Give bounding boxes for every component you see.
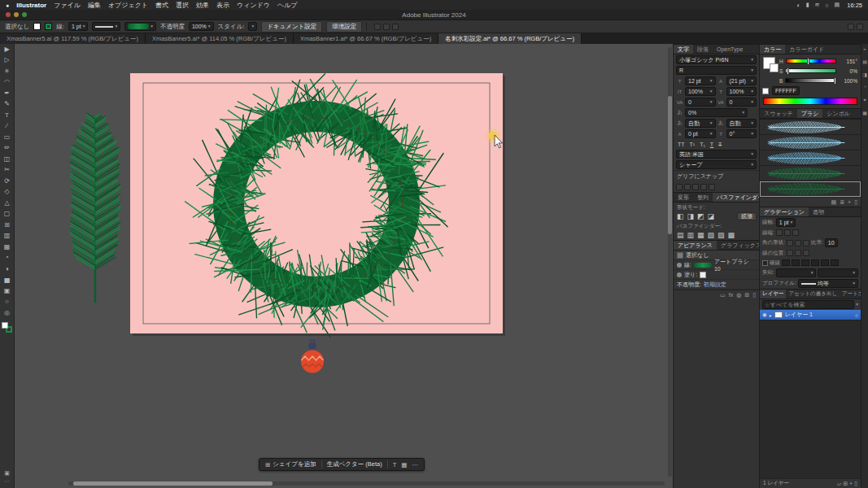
fill-swatch[interactable] [33, 23, 41, 30]
spotlight-search-icon[interactable]: ○ [825, 2, 828, 8]
close-window-icon[interactable] [6, 12, 11, 17]
fill-color-box[interactable] [2, 322, 8, 329]
appearance-fill-row[interactable]: 塗り: [674, 270, 759, 280]
current-color-swatch[interactable] [763, 57, 775, 69]
fullscreen-window-icon[interactable] [22, 12, 27, 17]
font-style-select[interactable]: R [676, 66, 757, 75]
ornament-object[interactable] [301, 340, 324, 373]
layers-tab-0[interactable]: レイヤー [760, 290, 786, 298]
arrow-start-select[interactable] [776, 268, 817, 277]
menu-item-7[interactable]: 表示 [216, 1, 229, 10]
dashed-line-checkbox[interactable] [762, 260, 768, 266]
document-tab[interactable]: XmasBanner5.ai @ 117.59 % (RGB/プレビュー) [0, 33, 146, 44]
paintbrush-tool[interactable]: ✏ [0, 143, 14, 155]
control-center-icon[interactable]: ▤ [835, 2, 840, 8]
brush-action-icon-2[interactable]: + [848, 199, 851, 205]
appearance-tab-1[interactable]: グラフィックスタイル [717, 241, 759, 250]
document-tab[interactable]: 名刺水彩設定.ai* @ 66.67 % (RGB/プレビュー) [438, 33, 582, 44]
preferences-button[interactable]: 環境設定 [326, 21, 362, 33]
char-style-button-2[interactable]: T₁ [698, 142, 707, 147]
art-brush-pine-green-2[interactable] [760, 181, 861, 197]
window-controls[interactable] [6, 12, 27, 17]
toolbar-extra-icon-1[interactable]: ⋯ [4, 478, 10, 485]
char-field-3-a[interactable]: 0% [685, 108, 748, 117]
line-segment-tool[interactable]: ∕ [0, 121, 14, 133]
fill-stroke-indicator[interactable] [2, 322, 12, 333]
art-brush-feather-blue-2[interactable] [760, 135, 861, 150]
gradient-tab-0[interactable]: グラデーション [760, 207, 809, 216]
stroke-swatch[interactable] [45, 23, 52, 30]
char-field-2-b[interactable]: 0 [726, 98, 757, 107]
layers-action-icon-0[interactable]: ▱ [837, 481, 841, 487]
dash-field-5[interactable] [831, 259, 839, 266]
brush-action-icon-0[interactable]: ▤ [831, 199, 837, 206]
layers-tab-2[interactable]: アートボード [840, 290, 861, 298]
menu-item-4[interactable]: 書式 [155, 1, 168, 10]
dash-field-2[interactable] [801, 259, 809, 266]
art-brush-feather-blue-1[interactable] [760, 120, 861, 135]
align-left-icon[interactable] [374, 24, 381, 30]
battery-icon[interactable]: ▮ [806, 2, 809, 8]
slider-knob[interactable] [787, 68, 789, 75]
stroke-style-select[interactable] [92, 22, 120, 31]
menu-item-9[interactable]: ヘルプ [277, 1, 298, 10]
dock-icon-5[interactable]: ▦ [862, 110, 867, 115]
color-tab-1[interactable]: カラーガイド [785, 45, 828, 54]
slider-knob[interactable] [807, 58, 809, 65]
layers-action-icon-2[interactable]: + [849, 481, 853, 486]
stroke-align-icon-0[interactable] [787, 250, 793, 256]
hand-tool[interactable]: ○ [0, 297, 14, 308]
lasso-tool[interactable]: ◠ [0, 77, 14, 89]
document-tab[interactable]: XmasBanner1.ai* @ 66.67 % (RGB/プレビュー) [294, 33, 438, 44]
expand-arrow-icon[interactable] [770, 312, 772, 318]
character-tab-0[interactable]: 文字 [674, 45, 693, 54]
saturation-slider[interactable] [785, 68, 836, 73]
dash-field-3[interactable] [811, 259, 819, 266]
char-field-0-b[interactable]: (21 pt) [726, 76, 757, 85]
expand-icon[interactable]: ▦ [401, 461, 407, 468]
vertical-scrollbar[interactable] [668, 47, 672, 477]
font-family-select[interactable]: 小塚ゴシック Pr6N [676, 55, 757, 64]
shape-mode-icon-3[interactable]: ◪ [707, 213, 716, 220]
corner-icon-1[interactable] [795, 240, 801, 246]
apple-menu-icon[interactable]: ● [6, 2, 9, 8]
brushes-tab-0[interactable]: スウォッチ [760, 109, 797, 118]
pathfinder-tab-0[interactable]: 変形 [674, 193, 693, 202]
selection-tool[interactable]: ▶ [0, 44, 14, 55]
gradient-tab-1[interactable]: 透明 [809, 207, 828, 216]
opacity-row-value[interactable]: 初期設定 [704, 281, 726, 289]
char-style-button-3[interactable]: T [709, 142, 715, 147]
snap-glyph-icon-4[interactable] [709, 184, 715, 190]
snap-glyph-icon-3[interactable] [700, 184, 707, 190]
appearance-action-icon-3[interactable]: ⊞ [744, 292, 749, 298]
pathfinder-tab-2[interactable]: パスファインダー [713, 193, 759, 202]
arrow-end-select[interactable] [818, 268, 858, 277]
scissors-tool[interactable]: ✂ [0, 165, 14, 176]
layers-action-icon-1[interactable]: ⊞ [843, 481, 848, 487]
blend-tool[interactable]: ◑ [0, 264, 14, 275]
hue-slider[interactable] [786, 59, 836, 63]
filter-chevron-icon[interactable] [856, 303, 858, 307]
shape-mode-icon-1[interactable]: ◨ [687, 213, 696, 220]
menu-item-0[interactable]: Illustrator [16, 2, 46, 9]
pine-branch-object[interactable] [70, 113, 120, 302]
layers-tab-1[interactable]: アセットの書き出し [786, 290, 840, 298]
appearance-opacity-row[interactable]: 不透明度: 初期設定 [674, 280, 759, 290]
dock-icon-4[interactable]: ✦ [862, 97, 866, 102]
art-brush-feather-blue-3[interactable] [760, 150, 861, 166]
cap-icon-1[interactable] [784, 229, 791, 236]
add-shape-button[interactable]: ⊞ シェイプを追加 [265, 460, 316, 468]
snap-glyph-icon-0[interactable] [676, 184, 683, 190]
menu-item-3[interactable]: オブジェクト [108, 1, 148, 10]
type-tool[interactable]: T [0, 110, 14, 121]
zoom-tool[interactable]: ◎ [0, 307, 14, 319]
free-transform-tool[interactable]: ▢ [0, 209, 14, 220]
pathfinder-icon-1[interactable]: ▥ [687, 232, 696, 239]
char-field-5-b[interactable]: 0° [726, 129, 757, 138]
char-style-button-1[interactable]: T¹ [688, 142, 697, 147]
shape-mode-icon-0[interactable]: ◧ [676, 213, 685, 220]
pathfinder-icon-3[interactable]: ▧ [707, 232, 716, 239]
char-field-1-a[interactable]: 100% [685, 87, 716, 96]
canvas-area[interactable]: ⊞ シェイプを追加 生成ベクター (Beta) T ▦ ⋯ [15, 44, 673, 488]
generate-vector-button[interactable]: 生成ベクター (Beta) [327, 460, 382, 468]
